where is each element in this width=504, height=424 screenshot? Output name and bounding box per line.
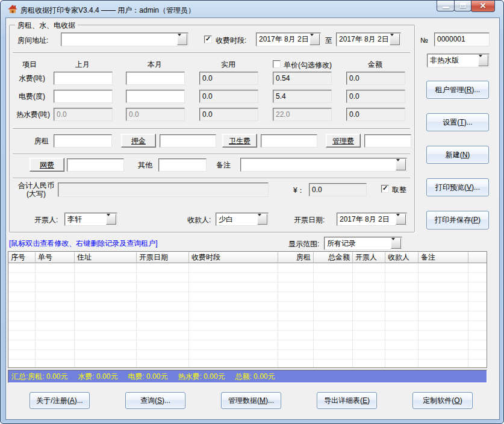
grid-header-cur: 本月 <box>148 60 162 69</box>
date-to-value: 2017年 8月 2日 <box>339 33 388 45</box>
manage-data-button[interactable]: 管理数据(M)... <box>221 392 281 409</box>
total-in-words-label-1: 合计人民币 <box>15 181 57 190</box>
summary-water: 水费: 0.00元 <box>78 372 117 381</box>
round-label[interactable]: 取整 <box>392 186 406 194</box>
chevron-down-icon[interactable] <box>478 55 488 66</box>
period-to-label: 至 <box>325 36 332 45</box>
new-button[interactable]: 新建(N) <box>426 146 489 164</box>
total-in-words-field <box>58 182 269 197</box>
chevron-down-icon[interactable] <box>396 159 406 170</box>
sanitation-input[interactable] <box>261 134 317 148</box>
column-header-payee[interactable]: 收款人 <box>385 252 418 263</box>
app-window: 房租收据打印专家V3.4.4 —— 用户：admin（管理员） ✕ 房租、水、电… <box>0 0 504 424</box>
rent-label: 房租 <box>34 137 49 145</box>
customize-software-button[interactable]: 定制软件(O) <box>412 392 473 409</box>
column-header-drawer[interactable]: 开票人 <box>353 252 385 263</box>
column-header-address[interactable]: 住址 <box>75 252 137 263</box>
electric-price-field: 5.4 <box>273 90 332 103</box>
maximize-button[interactable] <box>454 1 471 11</box>
chevron-down-icon[interactable] <box>390 34 400 45</box>
payee-value: 少白 <box>219 213 256 225</box>
management-fee-button[interactable]: 管理费 <box>326 134 361 148</box>
close-button[interactable]: ✕ <box>471 1 495 12</box>
records-table-body[interactable] <box>8 263 487 367</box>
round-checkbox[interactable] <box>381 185 389 193</box>
payee-select[interactable]: 少白 <box>216 213 269 226</box>
management-input[interactable] <box>364 134 411 148</box>
settings-button[interactable]: 设置(T)... <box>426 113 489 131</box>
electric-amount-field: 0.0 <box>346 90 405 103</box>
column-header-rent[interactable]: 房租 <box>278 252 314 263</box>
electric-prev-input[interactable] <box>54 90 113 103</box>
water-price-field: 0.54 <box>273 72 332 85</box>
column-header-total[interactable]: 总金额 <box>314 252 353 263</box>
minimize-button[interactable] <box>437 1 455 11</box>
hotwater-used-field: 0.0 <box>199 108 258 121</box>
drawer-select[interactable]: 李轩 <box>64 213 117 226</box>
remark-select[interactable] <box>240 158 407 172</box>
rent-input[interactable] <box>54 134 112 148</box>
column-header-billno[interactable]: 单号 <box>36 252 75 263</box>
total-amount-field: 0.0 <box>309 183 367 196</box>
payee-label: 收款人: <box>187 216 211 224</box>
sanitation-fee-button[interactable]: 卫生费 <box>222 134 257 148</box>
records-summary: 汇总:房租: 0.00元水费: 0.00元电费: 0.00元热水费: 0.00元… <box>8 370 487 383</box>
internet-fee-button[interactable]: 网费 <box>30 158 64 172</box>
column-header-period[interactable]: 收费时段 <box>189 252 278 263</box>
chevron-down-icon[interactable] <box>177 34 187 45</box>
scope-label: 显示范围: <box>288 240 319 248</box>
chevron-down-icon[interactable] <box>310 34 320 45</box>
tenant-management-button[interactable]: 租户管理(R)... <box>426 81 489 99</box>
currency-label: ¥： <box>293 186 305 195</box>
separator <box>13 128 410 129</box>
summary-hotwater: 热水费: 0.00元 <box>178 372 225 381</box>
summary-total: 总额: 0.00元 <box>235 372 275 381</box>
chevron-down-icon[interactable] <box>396 214 406 225</box>
app-icon[interactable] <box>8 4 17 14</box>
electric-used-field: 0.0 <box>199 90 258 103</box>
separator <box>13 154 410 155</box>
electric-cur-input[interactable] <box>126 90 185 103</box>
scope-value: 所有记录 <box>327 237 390 249</box>
grid-header-price[interactable]: 单价(勾选修改) <box>284 61 332 69</box>
print-preview-button[interactable]: 打印预览(V)... <box>426 178 489 196</box>
date-from-select[interactable]: 2017年 8月 2日 <box>256 33 321 46</box>
deposit-input[interactable] <box>160 134 216 148</box>
scope-select[interactable]: 所有记录 <box>324 237 402 250</box>
export-detail-button[interactable]: 导出详细表(E) <box>317 392 377 409</box>
unit-price-checkbox[interactable] <box>273 60 281 68</box>
remark-label: 备注 <box>216 161 231 169</box>
query-button[interactable]: 查询(S)... <box>125 392 185 409</box>
close-icon: ✕ <box>471 1 494 11</box>
date-to-select[interactable]: 2017年 8月 2日 <box>336 33 401 46</box>
records-hint: [鼠标双击查看修改、右键删除记录及查询租户] <box>9 238 158 249</box>
issue-date-select[interactable]: 2017年 8月 2日 <box>337 213 407 226</box>
deposit-button[interactable]: 押金 <box>121 134 156 148</box>
summary-rent: 汇总:房租: 0.00元 <box>11 372 67 381</box>
internet-input[interactable] <box>67 158 124 172</box>
separator <box>13 178 410 179</box>
column-header-seq[interactable]: 序号 <box>8 252 36 263</box>
chevron-down-icon[interactable] <box>106 214 116 225</box>
other-input[interactable] <box>158 158 207 172</box>
print-and-save-button[interactable]: 打印并保存(P) <box>426 211 489 229</box>
records-table[interactable]: 序号 单号 住址 开票日期 收费时段 房租 总金额 开票人 收款人 备注 <box>8 251 487 368</box>
grid-header-used: 实用 <box>221 60 235 69</box>
other-label: 其他 <box>138 161 152 169</box>
about-register-button[interactable]: 关于/注册(A)... <box>30 392 90 409</box>
minimize-icon <box>443 7 449 8</box>
version-select[interactable]: 非热水版 <box>427 54 490 67</box>
water-cur-input[interactable] <box>126 72 185 85</box>
chevron-down-icon[interactable] <box>257 214 267 225</box>
room-address-label: 房间地址: <box>17 36 48 45</box>
room-address-select[interactable] <box>61 33 188 46</box>
issue-date-label: 开票日期: <box>294 216 325 224</box>
chevron-down-icon[interactable] <box>391 238 401 249</box>
titlebar[interactable]: 房租收据打印专家V3.4.4 —— 用户：admin（管理员） ✕ <box>1 1 504 17</box>
period-checkbox[interactable] <box>204 36 212 43</box>
hotwater-amount-field: 0.0 <box>346 108 405 121</box>
water-prev-input[interactable] <box>54 72 113 85</box>
column-header-remark[interactable]: 备注 <box>418 252 468 263</box>
column-header-issue-date[interactable]: 开票日期 <box>137 252 189 263</box>
period-label[interactable]: 收费时段: <box>216 36 246 45</box>
